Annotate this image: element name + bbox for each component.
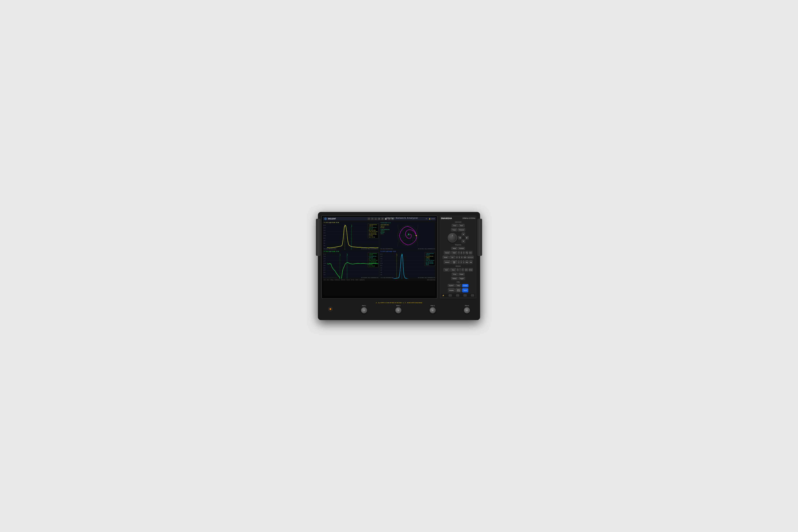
- nav-right-button[interactable]: ▶: [465, 236, 469, 240]
- trace-button[interactable]: Trace: [451, 228, 457, 231]
- nav-up-button[interactable]: ▲: [462, 232, 465, 236]
- chart-tr6-footer-right: RF 0.00 dBm Stop 1.000000000 GHz: [418, 248, 435, 249]
- usb-port-2[interactable]: [456, 294, 459, 297]
- screen-toolbar: ↩ ↪ △ ⊞ ⊡ 💾 🖨 📷: [367, 217, 394, 220]
- scale-button[interactable]: Scale: [442, 256, 449, 259]
- enter-button[interactable]: Enter: [469, 268, 473, 272]
- toolbar-save[interactable]: 💾: [384, 217, 387, 220]
- toolbar-undo[interactable]: ↩: [367, 217, 370, 220]
- toolbar-camera[interactable]: 📷: [391, 217, 394, 220]
- toolbar-zoom[interactable]: ⊞: [378, 217, 380, 220]
- num-7[interactable]: 7: [458, 251, 460, 255]
- status-bw: BW=10 k: [341, 279, 345, 280]
- esc-button[interactable]: Esc: [469, 251, 472, 255]
- nav-left-button[interactable]: ◀: [458, 236, 461, 240]
- trigger-button[interactable]: Trigger: [458, 277, 465, 280]
- nav-empty-tr: [465, 232, 469, 236]
- help-button[interactable]: Help: [455, 284, 461, 287]
- status-cor: No Cor: [347, 279, 350, 280]
- svg-text:1: 1: [340, 254, 341, 256]
- num-4[interactable]: 4: [456, 256, 458, 259]
- main-knob[interactable]: [448, 233, 457, 243]
- toolbar-redo[interactable]: ↪: [371, 217, 374, 220]
- chart-panel-tr6: Tr 6 S11 Smith 1 U 1 V 1.866.700000 MHz …: [380, 221, 436, 250]
- port-2-connector[interactable]: [395, 307, 401, 313]
- marker-button[interactable]: Marker: [444, 251, 451, 255]
- port-3-connector[interactable]: [430, 307, 436, 313]
- toolbar-print[interactable]: 🖨: [388, 217, 391, 220]
- system-button[interactable]: System: [448, 284, 455, 287]
- num-8[interactable]: 8: [460, 251, 462, 255]
- chart-panel-tr1: Tr 1 S21 LogM 20 dB/ -60 dB 20.00 0.000 …: [323, 221, 379, 250]
- touch-button[interactable]: Touch: [462, 288, 468, 292]
- svg-text:1: 1: [345, 225, 345, 227]
- backspace-button[interactable]: Back Space: [467, 256, 474, 259]
- num-5[interactable]: 5: [458, 256, 460, 259]
- num-6[interactable]: 6: [461, 256, 463, 259]
- start-button[interactable]: Start: [443, 268, 450, 272]
- freq-button[interactable]: Freq: [452, 273, 458, 276]
- screen-content: Tr 1 S21 LogM 20 dB/ -60 dB 20.00 0.000 …: [323, 221, 436, 279]
- toolbar-marker[interactable]: △: [374, 217, 377, 220]
- power-button[interactable]: [328, 307, 333, 311]
- display-button[interactable]: Display: [448, 288, 455, 292]
- usb-symbol: ⚡: [442, 294, 444, 297]
- num-2[interactable]: 2: [460, 260, 462, 264]
- statusbar-left-items: Tr 5 Ch 1 IntTrig Continuous BW=10 k No …: [324, 279, 364, 280]
- num-gn[interactable]: G/n: [463, 256, 467, 259]
- port-1-group: Port 1: [361, 305, 367, 313]
- save-recall-button[interactable]: Save Recall: [455, 288, 461, 292]
- num-km[interactable]: k/m: [465, 268, 468, 272]
- freq-power-row: Freq Power: [441, 273, 475, 276]
- num-0[interactable]: 0: [457, 268, 459, 272]
- cal-button[interactable]: Cal: [449, 256, 455, 259]
- num-3[interactable]: 3: [463, 260, 464, 264]
- math-button[interactable]: Math: [451, 251, 457, 255]
- num-dot[interactable]: .: [459, 268, 461, 272]
- avgbw-button[interactable]: Avg BW: [451, 260, 457, 264]
- warning-text-1: ALL PORTS +27 dBm RF MAX 35 VDC MAX: [378, 302, 402, 303]
- num-1[interactable]: 1: [458, 260, 460, 264]
- stop-button[interactable]: Stop: [450, 268, 456, 272]
- format-button[interactable]: Format: [458, 247, 465, 250]
- num-plusminus[interactable]: +/-: [461, 268, 464, 272]
- chart-tr1-footer-right: RF 0.00 dBm Stop 1.000000000 GHz: [361, 248, 378, 249]
- port-2-group: Port 2: [395, 305, 401, 313]
- search-avgbw-row: Search Avg BW 1 2 3 M/μ Tab: [441, 260, 475, 264]
- port-1-connector[interactable]: [361, 307, 367, 313]
- usb-port-4[interactable]: [471, 294, 474, 297]
- toolbar-copy[interactable]: ⊡: [381, 217, 384, 220]
- svg-text:2: 2: [347, 254, 348, 256]
- preset-button[interactable]: Preset: [462, 284, 469, 287]
- num-mmu[interactable]: M/μ: [465, 260, 469, 264]
- brand-label: SIGLENT: [328, 218, 336, 220]
- power-button[interactable]: Power: [458, 273, 465, 276]
- status-update: Update On: [360, 279, 364, 280]
- usb-port-1[interactable]: [449, 294, 452, 297]
- chart-panel-tr8: Tr 8 S31 LogM 20 dB/ -40 dB 20.00 0.000 …: [380, 250, 436, 279]
- status-trig: IntTrig: [330, 279, 333, 280]
- screen-header: SIGLENT ↩ ↪ △ ⊞ ⊡ 💾 🖨 📷 ≡↕ 🔒 Local: [323, 217, 436, 221]
- warning-text-2: AVOID STATIC DISCHARGE: [407, 302, 422, 303]
- chart-tr7-svg: 1 2: [327, 253, 378, 279]
- meas-format-row: Meas Format: [441, 247, 475, 250]
- chart-tr1-yaxis: 20.00 0.000 -20.0 -40.0 -60.0● -80.0 -10…: [323, 225, 326, 246]
- next-button[interactable]: Next: [458, 224, 464, 227]
- chart-tr1-title: Tr 1 S21 LogM 20 dB/ -60 dB: [324, 222, 339, 223]
- status-tr: Tr 5: [324, 279, 325, 280]
- port-4-connector[interactable]: [464, 307, 470, 313]
- sweep-button[interactable]: Sweep: [451, 277, 458, 280]
- usb-port-3[interactable]: [463, 294, 467, 297]
- prev-button[interactable]: Prev: [452, 224, 458, 227]
- nav-down-button[interactable]: ▼: [462, 240, 465, 243]
- chart-tr7-yaxis: 17.00 7.000 -3.00 -13.0 -23.0● -33.0 -43…: [323, 254, 326, 275]
- num-tp[interactable]: T/p: [466, 251, 469, 255]
- channel-button[interactable]: Channel: [458, 228, 465, 231]
- num-9[interactable]: 9: [463, 251, 464, 255]
- sweep-trigger-row: Sweep Trigger: [441, 277, 475, 280]
- svg-text:1: 1: [397, 254, 397, 256]
- search-button[interactable]: Search: [444, 260, 450, 264]
- tab-button[interactable]: Tab: [469, 260, 473, 264]
- nav-cross: ▲ ◀ ▶ ▼: [458, 232, 469, 243]
- meas-button[interactable]: Meas: [451, 247, 457, 250]
